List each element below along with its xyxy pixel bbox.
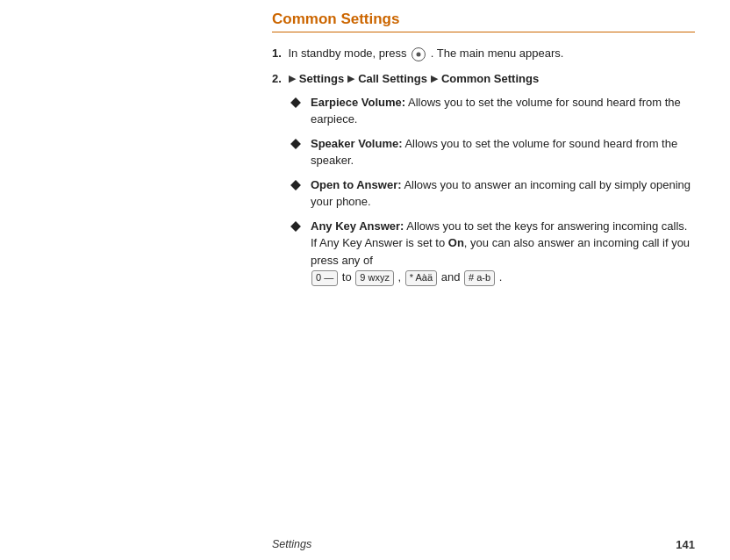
diamond-icon-2: [290, 139, 301, 149]
menu-button-icon: [412, 47, 426, 61]
page-title: Common Settings: [272, 11, 695, 32]
any-key-label: Any Key Answer:: [311, 219, 404, 233]
arrow3: ▶: [431, 73, 438, 84]
comma-sep: ,: [398, 270, 402, 284]
bullet-list: Earpiece Volume: Allows you to set the v…: [290, 94, 695, 286]
list-item-earpiece: Earpiece Volume: Allows you to set the v…: [290, 94, 695, 128]
period: .: [499, 270, 503, 284]
speaker-text: Speaker Volume: Allows you to set the vo…: [311, 135, 695, 169]
step1-text-before: In standby mode, press: [288, 47, 406, 60]
footer-left-label: Settings: [272, 538, 311, 551]
page-container: Common Settings 1. In standby mode, pres…: [0, 0, 730, 560]
key0-button: 0 —: [311, 270, 338, 285]
key9-button: 9 wxyz: [355, 270, 394, 285]
list-item-any-key: Any Key Answer: Allows you to set the ke…: [290, 218, 695, 286]
step1-num: 1.: [272, 47, 282, 60]
step1-text-after: . The main menu appears.: [431, 47, 564, 60]
earpiece-text: Earpiece Volume: Allows you to set the v…: [311, 94, 695, 128]
list-item-speaker: Speaker Volume: Allows you to set the vo…: [290, 135, 695, 169]
earpiece-label: Earpiece Volume:: [311, 96, 405, 109]
step2-common-settings: Common Settings: [441, 72, 539, 85]
any-key-text: Any Key Answer: Allows you to set the ke…: [311, 218, 695, 286]
on-text: On: [448, 236, 464, 249]
step2-settings: Settings: [299, 72, 344, 85]
diamond-icon-4: [290, 221, 301, 232]
keystar-button: * Aàä: [405, 270, 437, 285]
diamond-icon-3: [290, 180, 301, 190]
footer-page-number: 141: [676, 538, 695, 551]
footer: Settings 141: [0, 538, 730, 551]
arrow2: ▶: [347, 73, 354, 84]
open-answer-text: Open to Answer: Allows you to answer an …: [311, 176, 695, 211]
arrow1: ▶: [289, 73, 296, 84]
and-word: and: [441, 270, 461, 284]
step2-num: 2.: [272, 72, 282, 85]
step1-line: 1. In standby mode, press . The main men…: [272, 45, 695, 63]
open-answer-label: Open to Answer:: [311, 178, 402, 191]
content-area: Common Settings 1. In standby mode, pres…: [0, 0, 730, 560]
step2-line: 2. ▶ Settings ▶ Call Settings ▶ Common S…: [272, 72, 695, 85]
keyhash-button: # a-b: [464, 270, 495, 285]
speaker-label: Speaker Volume:: [311, 137, 403, 150]
diamond-icon: [290, 97, 301, 108]
list-item-open-answer: Open to Answer: Allows you to answer an …: [290, 176, 695, 211]
to-word: to: [342, 270, 352, 284]
step2-call-settings: Call Settings: [358, 72, 427, 85]
